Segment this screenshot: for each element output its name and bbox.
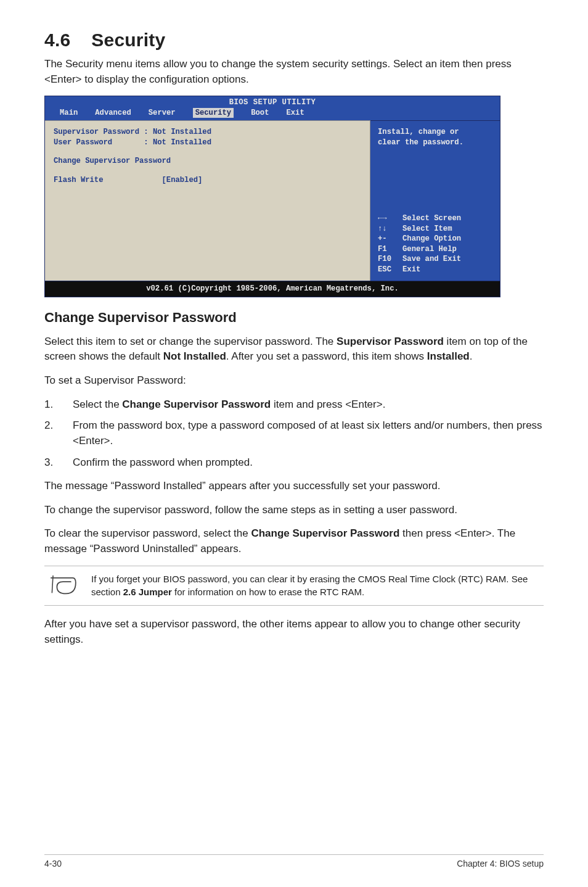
step-text: Select the Change Supervisor Password it… [73,397,544,413]
note-block: If you forget your BIOS password, you ca… [44,566,544,606]
spacer [54,147,361,156]
section-title-text: Security [91,30,165,50]
bios-title: BIOS SETUP UTILITY [45,96,500,107]
text: . [470,350,473,362]
flash-write-value: [Enabled] [162,176,203,184]
text: for information on how to erase the RTC … [172,587,364,597]
help-line-1: Install, change or [378,127,492,137]
section-heading: 4.6Security [44,30,544,51]
key-left-right: ←→ [378,213,396,223]
text-bold: Change Supervisor Password [251,527,399,539]
chapter-label: Chapter 4: BIOS setup [457,859,544,868]
page-number: 4-30 [44,859,62,868]
section-number: 4.6 [44,30,70,51]
intro-paragraph: The Security menu items allow you to cha… [44,57,544,87]
bios-tab-bar: Main Advanced Server Security Boot Exit [45,108,500,120]
bios-screenshot: BIOS SETUP UTILITY Main Advanced Server … [44,96,500,297]
legend-exit: Exit [402,265,420,274]
key-esc: ESC [378,265,396,274]
paragraph-3: The message “Password Installed” appears… [44,479,544,494]
paragraph-4: To change the supervisor password, follo… [44,503,544,518]
text: item and press <Enter>. [271,398,385,410]
change-supervisor-password-item[interactable]: Change Supervisor Password [54,156,361,166]
paperclip-note-icon [48,574,78,596]
page-footer: 4-30 Chapter 4: BIOS setup [44,854,544,868]
key-up-down: ↑↓ [378,224,396,234]
paragraph-2: To set a Supervisor Password: [44,373,544,389]
key-f10: F10 [378,254,396,264]
legend-change-option: Change Option [402,234,461,244]
tab-security[interactable]: Security [193,108,234,118]
key-plus-minus: +- [378,234,396,244]
supervisor-password-row: Supervisor Password : Not Installed [54,127,361,137]
text-bold: Change Supervisor Password [122,398,271,410]
text: Select the [73,398,122,410]
note-icon-wrap [44,572,81,596]
subheading-change-supervisor-password: Change Supervisor Password [44,310,544,326]
bios-body: Supervisor Password : Not Installed User… [45,120,500,281]
bios-key-legend: ←→Select Screen ↑↓Select Item +-Change O… [378,213,492,274]
user-password-row: User Password : Not Installed [54,138,361,147]
text: . After you set a password, this item sh… [226,350,427,362]
key-f1: F1 [378,244,396,254]
bios-footer: v02.61 (C)Copyright 1985-2006, American … [45,281,500,296]
bios-right-pane: Install, change or clear the password. ←… [370,120,500,281]
legend-select-screen: Select Screen [402,213,461,223]
tab-boot[interactable]: Boot [251,108,269,118]
text: To clear the supervisor password, select… [44,527,251,539]
legend-select-item: Select Item [402,224,452,234]
bios-left-pane: Supervisor Password : Not Installed User… [45,120,370,281]
step-number: 3. [44,455,73,471]
steps-list: 1.Select the Change Supervisor Password … [44,397,544,471]
step-3: 3.Confirm the password when prompted. [44,455,544,471]
step-text: From the password box, type a password c… [73,418,544,448]
note-text: If you forget your BIOS password, you ca… [91,572,544,600]
tab-main[interactable]: Main [60,108,78,118]
paragraph-5: To clear the supervisor password, select… [44,526,544,556]
tab-exit[interactable]: Exit [286,108,304,118]
spacer [54,167,361,175]
tab-server[interactable]: Server [149,108,176,118]
step-1: 1.Select the Change Supervisor Password … [44,397,544,413]
tab-advanced[interactable]: Advanced [95,108,131,118]
text-bold: Supervisor Password [337,336,444,347]
text-bold: Installed [427,350,470,362]
text-bold: Not Installed [163,350,226,362]
text: Select this item to set or change the su… [44,336,337,347]
step-number: 2. [44,418,73,448]
flash-write-row[interactable]: Flash Write [Enabled] [54,175,361,185]
help-line-2: clear the password. [378,138,492,147]
step-number: 1. [44,397,73,413]
text-bold: 2.6 Jumper [123,587,172,597]
flash-write-label: Flash Write [54,176,103,184]
step-text: Confirm the password when prompted. [73,455,544,471]
legend-save-exit: Save and Exit [402,254,461,264]
legend-general-help: General Help [402,244,457,254]
step-2: 2.From the password box, type a password… [44,418,544,448]
paragraph-6: After you have set a supervisor password… [44,617,544,647]
bios-context-help: Install, change or clear the password. [378,127,492,147]
paragraph-1: Select this item to set or change the su… [44,334,544,365]
